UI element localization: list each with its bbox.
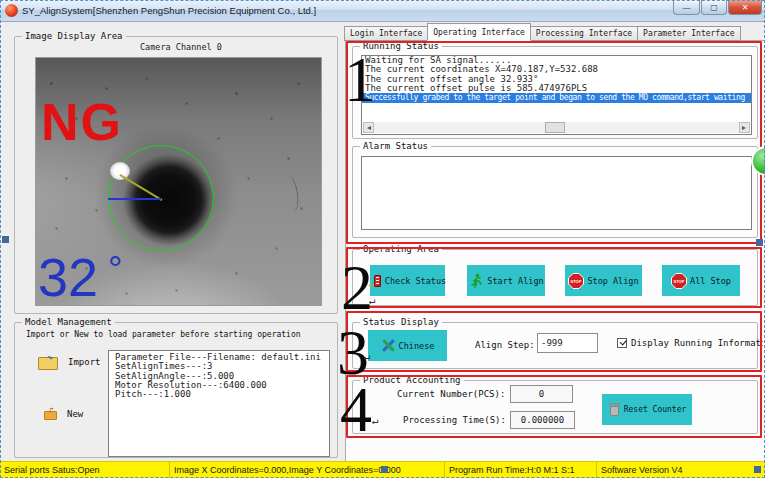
status-display-group-title: Status Display — [360, 317, 442, 327]
maximize-button[interactable]: ▢ — [701, 0, 727, 15]
import-button-label: Import — [68, 357, 101, 367]
stop-sign-icon: STOP — [671, 273, 687, 289]
degree-symbol: ° — [108, 249, 122, 290]
status-line: The current offset pulse is 585.474976PL… — [362, 84, 751, 93]
display-running-info-label: Display Running Information — [631, 338, 763, 348]
reset-counter-label: Reset Counter — [624, 405, 687, 414]
tab-processing-interface[interactable]: Processing Interface — [530, 26, 638, 41]
alarm-status-group: Alarm Status — [352, 146, 758, 238]
model-management-hint: Import or New to load parameter before s… — [26, 330, 301, 339]
scroll-left-arrow-icon[interactable] — [363, 122, 374, 133]
tools-icon — [381, 338, 396, 353]
running-status-group-title: Running Status — [360, 41, 442, 51]
import-button[interactable]: ↷ Import — [38, 353, 101, 371]
alarm-status-listbox[interactable] — [361, 156, 752, 230]
scrollbar-thumb[interactable] — [545, 122, 565, 133]
status-line-selected[interactable]: Successfully grabed to the target point … — [362, 93, 751, 103]
svg-text:STOP: STOP — [571, 279, 582, 284]
window-controls: — ▢ ✕ — [672, 0, 762, 15]
alarm-status-group-title: Alarm Status — [360, 141, 431, 151]
angle-overlay-text: 32° — [38, 250, 122, 304]
start-align-button[interactable]: Start Align — [467, 265, 545, 296]
running-status-listbox[interactable]: Waiting for SA signal...... The current … — [361, 55, 752, 135]
all-stop-label: All Stop — [690, 276, 731, 286]
tab-parameter-interface[interactable]: Parameter Interface — [637, 26, 741, 41]
selection-handle-right[interactable] — [756, 239, 763, 246]
processing-time-field[interactable] — [510, 411, 575, 429]
statusbar-image-coordinates: Image X Coordinates=0.000,Image Y Coordi… — [170, 462, 445, 478]
current-number-label: Current Number(PCS): — [397, 389, 505, 399]
running-status-group: Running Status Waiting for SA signal....… — [352, 46, 758, 139]
parameter-textbox[interactable]: Parameter File---Filename: default.ini S… — [108, 350, 330, 457]
stop-align-label: Stop Align — [587, 276, 638, 286]
parameter-line: Pitch---:1.000 — [112, 390, 329, 399]
product-accounting-group-title: Product Accounting — [360, 375, 464, 385]
start-align-label: Start Align — [487, 276, 543, 286]
align-step-input[interactable] — [537, 333, 598, 353]
camera-image: NG 32° — [35, 57, 322, 306]
status-check-icon: ↵ — [369, 274, 382, 288]
all-stop-button[interactable]: STOP All Stop — [662, 265, 740, 296]
running-man-icon — [468, 273, 484, 289]
selection-handle-bottom-right[interactable] — [754, 466, 761, 473]
new-button-label: New — [67, 409, 83, 419]
tab-strip: Login Interface Operating Interface Proc… — [344, 23, 740, 41]
tab-login-interface[interactable]: Login Interface — [344, 26, 428, 41]
language-toggle-button[interactable]: Chinese — [368, 330, 447, 361]
selection-handle-bottom[interactable] — [381, 466, 388, 473]
selection-handle-left[interactable] — [2, 236, 9, 243]
reference-line — [108, 198, 161, 200]
operating-area-group-title: Operating Area — [360, 244, 442, 254]
stop-align-button[interactable]: STOP Stop Align — [565, 265, 642, 296]
reset-counter-button[interactable]: Reset Counter — [602, 394, 692, 425]
new-button[interactable]: ↱ New — [44, 408, 83, 420]
statusbar-run-time: Program Run Time:H:0 M:1 S:1 — [445, 462, 597, 478]
check-status-label: Check Status — [385, 276, 446, 286]
new-folder-icon: ↱ — [44, 408, 59, 420]
app-window: { "window": { "title": "SY_AlignSystem[S… — [0, 0, 765, 478]
statusbar-serial-ports: Serial ports Satus:Open — [0, 462, 170, 478]
svg-text:STOP: STOP — [674, 279, 685, 284]
trash-icon — [608, 402, 621, 417]
checkbox-checked-icon[interactable] — [617, 338, 627, 348]
stop-sign-icon: STOP — [568, 273, 584, 289]
language-button-label: Chinese — [399, 341, 435, 351]
display-running-info-checkbox-row[interactable]: Display Running Information — [617, 338, 763, 348]
import-folder-icon: ↷ — [38, 353, 60, 371]
title-bar: SY_AlignSystem[Shenzhen PengShun Precisi… — [0, 0, 765, 22]
horizontal-scrollbar[interactable] — [363, 122, 750, 133]
tab-operating-interface[interactable]: Operating Interface — [427, 23, 531, 41]
processing-time-label: Processing Time(S): — [403, 415, 506, 425]
scroll-right-arrow-icon[interactable] — [739, 122, 750, 133]
camera-channel-label: Camera Channel 0 — [140, 42, 222, 52]
window-title: SY_AlignSystem[Shenzhen PengShun Precisi… — [22, 5, 316, 16]
close-button[interactable]: ✕ — [728, 0, 762, 15]
image-display-group-title: Image Display Area — [22, 31, 126, 41]
model-management-group-title: Model Management — [22, 317, 115, 327]
app-icon — [5, 4, 18, 17]
minimize-button[interactable]: — — [673, 0, 700, 15]
current-number-field[interactable] — [510, 385, 573, 403]
camera-noise-dots — [36, 58, 37, 59]
camera-scratch-mark — [282, 175, 301, 213]
angle-value: 32 — [38, 247, 98, 306]
align-step-label: Align Step: — [475, 340, 535, 350]
result-overlay-text: NG — [41, 96, 123, 148]
check-status-button[interactable]: ↵ Check Status — [370, 265, 445, 296]
statusbar-software-version: Software Version V4 — [597, 462, 765, 478]
